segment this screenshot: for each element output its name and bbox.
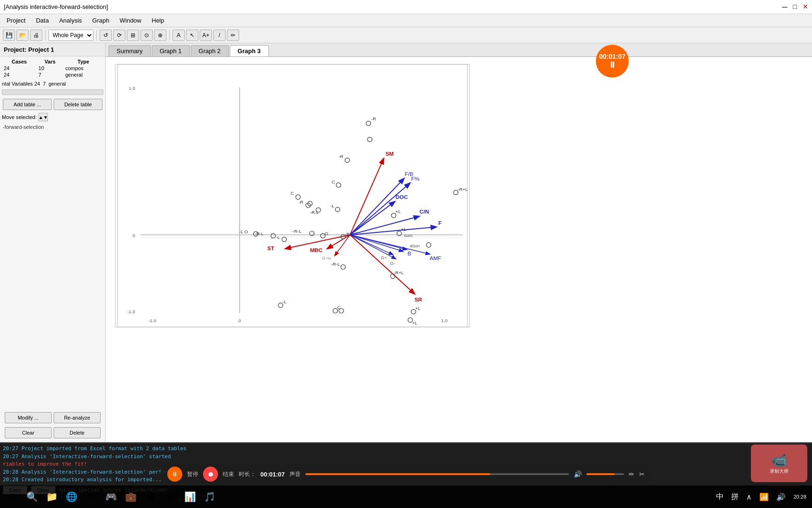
add-btn[interactable]: A+ (200, 30, 212, 41)
table-row: 24 10 compos (2, 65, 103, 71)
svg-text:SM: SM (385, 151, 394, 157)
clear-btn[interactable]: Clear (5, 427, 52, 438)
pause-label: 暂停 (187, 470, 198, 478)
app4-btn[interactable]: ⚙ (162, 488, 179, 505)
svg-text:B: B (407, 250, 411, 256)
svg-text:-R-L: -R-L (310, 210, 320, 215)
draw-btn[interactable]: ✏ (227, 30, 239, 41)
menu-window[interactable]: Window (115, 16, 146, 25)
stop-btn[interactable]: ⊙ (141, 30, 153, 41)
refresh-btn[interactable]: ↺ (100, 30, 112, 41)
menu-project[interactable]: Project (2, 16, 30, 25)
analysis-label: -forward-selection (0, 122, 105, 132)
modify-btn[interactable]: Modify ... (5, 412, 52, 423)
svg-text:AMF: AMF (429, 255, 441, 261)
save-btn[interactable]: 💾 (3, 30, 15, 41)
title-text: [Analysis interactive-forward-selection] (4, 3, 108, 10)
svg-text:-1.0: -1.0 (127, 309, 135, 314)
app2-btn[interactable]: 💼 (122, 488, 139, 505)
delete-table-btn[interactable]: Delete table (54, 99, 102, 110)
move-selected-label: Move selected: (2, 114, 37, 120)
font-btn[interactable]: A (172, 30, 185, 41)
print-btn[interactable]: 🖨 (30, 30, 42, 41)
svg-text:1.0: 1.0 (129, 86, 135, 91)
mail-btn[interactable]: ✉ (83, 488, 100, 505)
menu-help[interactable]: Help (147, 16, 169, 25)
env-vars-count: 7 (43, 81, 46, 87)
ime-indicator[interactable]: 中 (714, 491, 726, 503)
volume-taskbar-icon[interactable]: 🔊 (774, 492, 788, 502)
volume-icon: 🔊 (574, 470, 582, 478)
tab-graph1[interactable]: Graph 1 (152, 45, 190, 56)
env-variables-label: ntal Variables 24 (2, 81, 40, 87)
menu-data[interactable]: Data (31, 16, 53, 25)
line-btn[interactable]: / (213, 30, 226, 41)
browser-btn[interactable]: 🌐 (63, 488, 80, 505)
app5-btn[interactable]: 📊 (181, 488, 198, 505)
view-dropdown[interactable]: Whole Page (48, 30, 94, 41)
recording-time: 00:01:07 (599, 53, 625, 60)
tab-graph3[interactable]: Graph 3 (230, 45, 269, 56)
svg-text:-1.0: -1.0 (148, 318, 156, 323)
svg-text:F: F (438, 220, 442, 226)
menu-analysis[interactable]: Analysis (55, 16, 86, 25)
scrollbar[interactable] (2, 89, 103, 95)
sys-tray-expand[interactable]: ∧ (744, 492, 754, 502)
zoom-btn[interactable]: ⊕ (154, 30, 166, 41)
right-content: Summary Graph 1 Graph 2 Graph 3 (106, 43, 812, 442)
app3-btn[interactable]: 🖥 (142, 488, 159, 505)
select-btn[interactable]: ↖ (186, 30, 198, 41)
svg-text:4tion: 4tion (410, 243, 420, 248)
clock: 20:28 (791, 493, 808, 500)
svg-text:ST: ST (267, 245, 275, 251)
col-header-vars: Vars (37, 58, 63, 65)
svg-text:-R-L: -R-L (293, 229, 302, 234)
biplot-chart: 1.0 0 -1.0 -1.0 0 1.0 SM SR (115, 64, 470, 327)
svg-text:G+: G+ (381, 255, 387, 260)
graph-area: 1.0 0 -1.0 -1.0 0 1.0 SM SR (106, 57, 812, 442)
video-controls-bar: ⏸ 暂停 ⏺ 结束 时长： 00:01:07 声音 🔊 ✏ ✂ (160, 464, 652, 484)
app6-btn[interactable]: 🎵 (201, 488, 218, 505)
svg-text:C: C (291, 190, 294, 196)
taskbar-right: 中 拼 ∧ 📶 🔊 20:28 (714, 491, 808, 503)
svg-text:sum: sum (404, 233, 412, 238)
svg-text:C/N: C/N (420, 208, 429, 214)
redraw-btn[interactable]: ⟳ (113, 30, 125, 41)
search-taskbar-btn[interactable]: 🔍 (23, 488, 40, 505)
tab-summary[interactable]: Summary (109, 45, 151, 56)
video-pause-btn[interactable]: ⏸ (167, 467, 182, 482)
svg-text:MBC: MBC (310, 247, 323, 253)
svg-text:-R: -R (298, 199, 303, 205)
row1-type: compos (63, 65, 103, 71)
file-explorer-btn[interactable]: 📁 (43, 488, 60, 505)
duration-label: 时长： (239, 470, 256, 478)
tab-graph2[interactable]: Graph 2 (191, 45, 229, 56)
video-time: 00:01:07 (260, 471, 285, 478)
menu-graph[interactable]: Graph (87, 16, 114, 25)
delete-btn[interactable]: Delete (54, 427, 101, 438)
volume-slider[interactable] (586, 473, 624, 475)
ime-mode[interactable]: 拼 (729, 491, 741, 503)
start-btn[interactable]: ⊞ (4, 488, 21, 505)
main-layout: Project: Project 1 Cases Vars Type 24 10… (0, 43, 812, 442)
svg-text:G-%: G-% (322, 255, 331, 261)
move-spinner[interactable]: ▲▼ (39, 113, 48, 121)
svg-text:-R: -R (338, 154, 343, 159)
open-btn[interactable]: 📂 (16, 30, 29, 41)
pen-icon[interactable]: ✏ (629, 470, 634, 478)
grid-btn[interactable]: ⊞ (127, 30, 139, 41)
reanalyze-btn[interactable]: Re-analyze (54, 412, 101, 423)
data-tables-section: Cases Vars Type 24 10 compos 24 7 genera… (0, 56, 105, 80)
wifi-icon[interactable]: 📶 (757, 492, 771, 502)
svg-text:0: 0 (238, 318, 241, 323)
add-table-btn[interactable]: Add table ... (3, 99, 52, 110)
minimize-btn[interactable]: ─ (782, 3, 787, 11)
app1-btn[interactable]: 🎮 (102, 488, 119, 505)
taskbar: ⊞ 🔍 📁 🌐 ✉ 🎮 💼 🖥 ⚙ 📊 🎵 中 拼 ∧ 📶 🔊 20:28 (0, 485, 812, 508)
close-btn[interactable]: ✕ (803, 3, 808, 11)
maximize-btn[interactable]: □ (793, 3, 797, 11)
table-buttons: Add table ... Delete table (0, 97, 105, 112)
col-header-cases: Cases (2, 58, 37, 65)
scissors-icon[interactable]: ✂ (639, 470, 645, 478)
video-stop-btn[interactable]: ⏺ (203, 467, 218, 482)
